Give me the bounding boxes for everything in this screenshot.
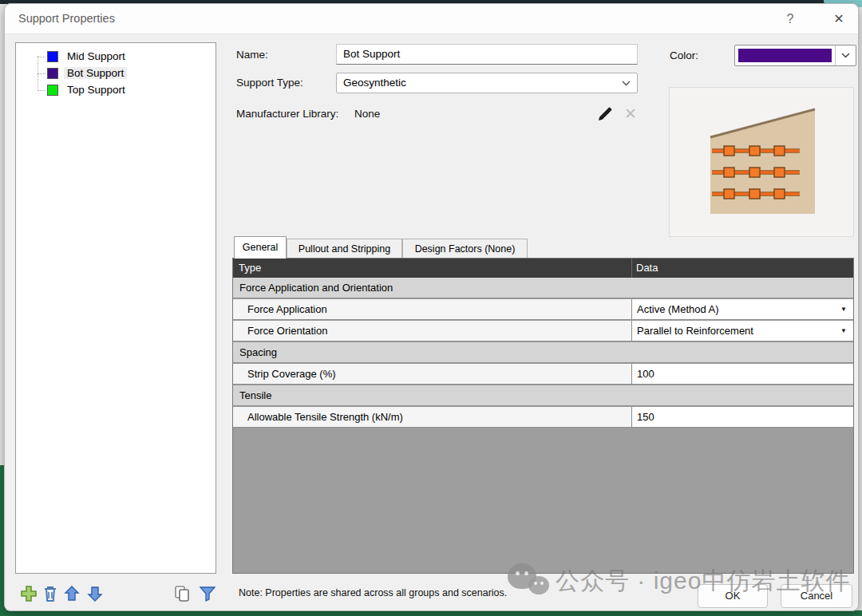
- color-dropdown[interactable]: [734, 45, 856, 66]
- ok-button[interactable]: OK: [698, 584, 768, 608]
- tab-design-factors[interactable]: Design Factors (None): [402, 239, 528, 259]
- name-input[interactable]: Bot Support: [336, 44, 638, 65]
- property-grid: Type Data Force Application and Orientat…: [232, 258, 854, 574]
- support-list-panel[interactable]: Mid Support Bot Support Top Support: [15, 42, 216, 574]
- selected-color-swatch: [738, 49, 832, 62]
- combo-arrow-icon[interactable]: ▼: [840, 327, 847, 334]
- background-bottom-strip: [0, 610, 862, 616]
- name-label: Name:: [236, 49, 268, 61]
- delete-support-icon[interactable]: [41, 584, 60, 603]
- section-row-force-application-orientation[interactable]: Force Application and Orientation: [233, 278, 853, 298]
- color-swatch: [47, 51, 58, 62]
- combo-arrow-icon[interactable]: ▼: [840, 306, 847, 313]
- force-application-dropdown[interactable]: Active (Method A) ▼: [632, 299, 853, 319]
- title-bar[interactable]: Support Properties ? ✕: [5, 4, 858, 34]
- support-properties-dialog: Support Properties ? ✕ Mid Support Bot S…: [4, 3, 859, 611]
- column-header-data: Data: [636, 262, 658, 274]
- chevron-down-icon: [622, 81, 631, 86]
- color-swatch: [47, 68, 58, 79]
- column-header-type: Type: [239, 262, 261, 274]
- section-row-tensile[interactable]: Tensile: [233, 385, 853, 406]
- dialog-title: Support Properties: [18, 12, 115, 25]
- move-up-icon[interactable]: [62, 584, 81, 603]
- clear-library-icon[interactable]: ✕: [621, 105, 640, 124]
- table-row-allowable-tensile-strength[interactable]: Allowable Tensile Strength (kN/m) 150: [233, 407, 853, 428]
- cancel-button[interactable]: Cancel: [781, 584, 852, 608]
- table-row-strip-coverage[interactable]: Strip Coverage (%) 100: [233, 364, 853, 385]
- add-support-icon[interactable]: [19, 584, 38, 603]
- allowable-tensile-strength-input[interactable]: 150: [632, 407, 853, 427]
- close-icon[interactable]: ✕: [825, 7, 852, 31]
- copy-support-icon[interactable]: [172, 584, 192, 603]
- color-label: Color:: [670, 49, 698, 61]
- manufacturer-library-value: None: [354, 108, 380, 120]
- manufacturer-library-label: Manufacturer Library:: [236, 108, 338, 120]
- tree-item-label[interactable]: Bot Support: [64, 67, 127, 79]
- table-row-force-orientation[interactable]: Force Orientation Parallel to Reinforcem…: [233, 321, 853, 342]
- tree-item-label[interactable]: Mid Support: [64, 50, 129, 62]
- slope-preview-drawing: [670, 88, 853, 236]
- support-list-toolbar: [16, 582, 223, 605]
- color-swatch: [47, 85, 58, 96]
- section-row-spacing[interactable]: Spacing: [233, 342, 853, 363]
- tree-item-top-support[interactable]: Top Support: [16, 82, 216, 99]
- support-type-dropdown[interactable]: Geosynthetic: [336, 73, 638, 93]
- strip-coverage-input[interactable]: 100: [632, 364, 853, 384]
- force-orientation-dropdown[interactable]: Parallel to Reinforcement ▼: [632, 321, 853, 341]
- edit-pencil-icon[interactable]: [595, 105, 615, 124]
- footer-note: Note: Properties are shared across all g…: [239, 587, 507, 598]
- support-preview-image: [669, 87, 854, 237]
- help-button[interactable]: ?: [777, 7, 803, 31]
- table-row-force-application[interactable]: Force Application Active (Method A) ▼: [233, 299, 853, 320]
- move-down-icon[interactable]: [85, 584, 105, 603]
- tree-item-bot-support[interactable]: Bot Support: [16, 65, 216, 82]
- chevron-down-icon: [835, 45, 856, 65]
- tree-item-label[interactable]: Top Support: [64, 84, 129, 96]
- support-type-label: Support Type:: [236, 77, 303, 89]
- tab-general[interactable]: General: [234, 236, 287, 259]
- grid-header-row: Type Data: [233, 259, 853, 278]
- filter-icon[interactable]: [198, 584, 217, 603]
- tree-item-mid-support[interactable]: Mid Support: [16, 49, 216, 65]
- tab-pullout-and-stripping[interactable]: Pullout and Stripping: [287, 239, 402, 259]
